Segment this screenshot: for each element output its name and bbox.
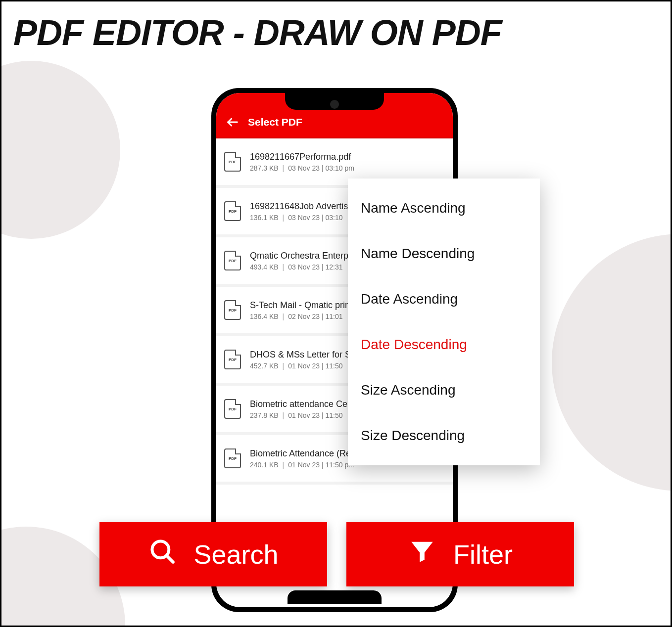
sort-menu: Name AscendingName DescendingDate Ascend…	[348, 179, 540, 465]
file-name: 1698211667Performa.pdf	[250, 152, 445, 162]
pdf-badge: PDF	[229, 259, 237, 263]
pdf-badge: PDF	[229, 308, 237, 313]
file-meta: 287.3 KB|03 Nov 23 | 03:10 pm	[250, 164, 445, 172]
pdf-badge: PDF	[229, 160, 237, 164]
filter-label: Filter	[453, 539, 513, 570]
pdf-badge: PDF	[229, 456, 237, 461]
pdf-badge: PDF	[229, 358, 237, 362]
app-bar-title: Select PDF	[248, 116, 302, 128]
pdf-file-icon: PDF	[224, 300, 241, 320]
sort-option[interactable]: Name Ascending	[348, 185, 540, 231]
svg-line-2	[167, 556, 174, 562]
pdf-file-icon: PDF	[224, 448, 241, 468]
filter-icon	[408, 537, 436, 572]
pdf-file-icon: PDF	[224, 152, 241, 172]
search-button[interactable]: Search	[99, 522, 327, 586]
sort-option[interactable]: Date Descending	[348, 322, 540, 367]
search-icon	[148, 537, 177, 572]
sort-option[interactable]: Date Ascending	[348, 276, 540, 322]
pdf-file-icon: PDF	[224, 251, 241, 270]
sort-option[interactable]: Name Descending	[348, 231, 540, 276]
pdf-file-icon: PDF	[224, 399, 241, 419]
file-info: 1698211667Performa.pdf287.3 KB|03 Nov 23…	[250, 152, 445, 172]
pdf-badge: PDF	[229, 209, 237, 214]
home-indicator	[288, 590, 382, 604]
search-label: Search	[193, 539, 278, 570]
pdf-file-icon: PDF	[224, 201, 241, 221]
sort-option[interactable]: Size Ascending	[348, 367, 540, 413]
decorative-circle	[552, 234, 672, 491]
sort-option[interactable]: Size Descending	[348, 413, 540, 458]
page-title: PDF EDITOR - DRAW ON PDF	[13, 12, 502, 53]
camera-dot	[330, 100, 339, 109]
filter-button[interactable]: Filter	[346, 522, 574, 586]
pdf-badge: PDF	[229, 407, 237, 411]
back-arrow-icon[interactable]	[225, 115, 240, 130]
pdf-file-icon: PDF	[224, 350, 241, 369]
decorative-circle	[0, 61, 120, 239]
